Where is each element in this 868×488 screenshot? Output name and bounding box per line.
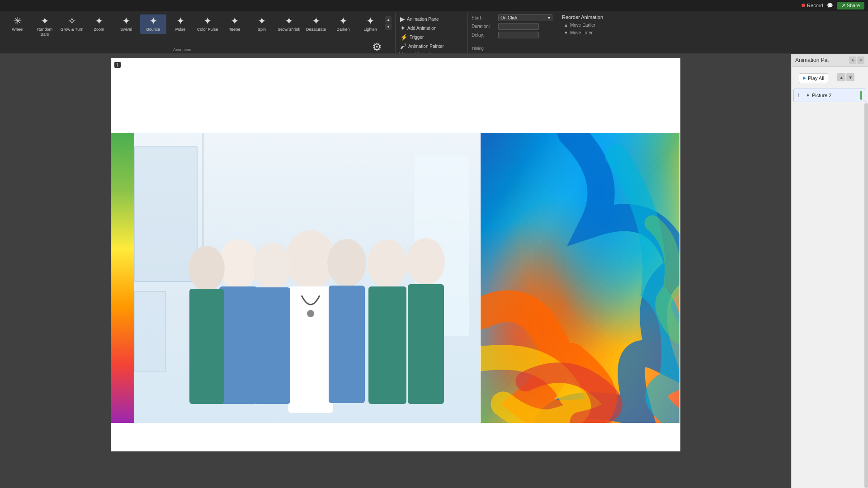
animation-painter-label: Animation Painter [408,44,444,49]
desaturate-icon: ✦ [312,16,320,26]
darken-label: Darken [336,27,349,32]
share-icon: ↗ [841,3,845,8]
move-later-button[interactable]: ▼ Move Later [562,29,627,36]
bounce-icon: ✦ [149,16,157,26]
bounce-label: Bounce [146,27,160,32]
list-move-down-button[interactable]: ▼ [846,73,854,81]
animation-item-num: 1 [797,93,804,98]
slide-canvas: 1 [111,58,680,451]
svg-point-10 [368,239,407,288]
animation-pulse-btn[interactable]: ✦ Pulse [167,14,193,34]
random-bars-icon: ✦ [41,16,49,26]
animation-lighten-btn[interactable]: ✦ Lighten [357,14,383,34]
animation-swivel-btn[interactable]: ✦ Swivel [113,14,139,34]
scroll-down-arrow[interactable]: ▼ [385,23,392,30]
animation-bounce-btn[interactable]: ✦ Bounce [140,14,166,34]
start-dropdown[interactable]: On Click ▾ [498,14,552,21]
animation-darken-btn[interactable]: ✦ Darken [330,14,356,34]
effect-options-icon: ⚙ [372,41,382,53]
share-button[interactable]: ↗ Share [837,2,864,9]
svg-point-16 [307,310,314,317]
animation-desaturate-btn[interactable]: ✦ Desaturate [303,14,329,34]
start-label: Start: [472,15,496,20]
animation-random-bars-btn[interactable]: ✦ Random Bars [32,14,58,39]
svg-rect-5 [219,286,257,404]
teeter-icon: ✦ [231,16,239,26]
start-chevron-icon: ▾ [548,15,550,20]
reorder-group: Reorder Animation ▲ Move Earlier ▼ Move … [558,13,631,53]
panel-close-button[interactable]: ✕ [857,56,864,64]
animation-teeter-btn[interactable]: ✦ Teeter [222,14,248,34]
share-label: Share [847,3,860,8]
zoom-label: Zoom [94,27,104,32]
move-later-label: Move Later [570,30,593,35]
animation-spin-btn[interactable]: ✦ Spin [249,14,275,34]
timing-group: Start: On Click ▾ Duration: Delay: Timin… [468,13,558,53]
pulse-icon: ✦ [176,16,184,26]
move-earlier-label: Move Earlier [570,23,595,28]
desaturate-label: Desaturate [306,27,326,32]
animation-grow-shrink-btn[interactable]: ✦ Grow/Shrink [276,14,302,34]
svg-point-12 [189,246,225,291]
swivel-label: Swivel [120,27,132,32]
grow-shrink-icon: ✦ [285,16,293,26]
play-triangle-icon [803,76,806,80]
animation-zoom-btn[interactable]: ✦ Zoom [86,14,112,34]
comment-button[interactable]: 💬 [827,3,833,9]
left-color-strip [111,133,134,423]
animation-grow-turn-btn[interactable]: ✧ Grow & Turn [59,14,85,34]
record-button[interactable]: Record [802,3,823,8]
animation-wheel-btn[interactable]: ✳ Wheel [5,14,31,34]
svg-rect-9 [329,286,365,403]
swivel-icon: ✦ [122,16,130,26]
slide-number: 1 [114,62,121,68]
advanced-animation-label: Advanced Animation [398,51,465,54]
animation-panel-header: Animation Pa. ∧ ✕ [792,54,868,67]
scroll-up-arrow[interactable]: ▲ [385,16,392,23]
add-animation-button[interactable]: ✦ Add Animation [398,23,465,33]
timing-label: Timing [472,45,555,52]
grow-shrink-label: Grow/Shrink [278,27,300,32]
animation-item-icon: ✦ [806,92,810,99]
trigger-label: Trigger [410,35,424,40]
duration-input[interactable] [498,23,539,30]
effect-options-button[interactable]: ⚙ Effect Options [362,39,392,54]
animation-panel: Animation Pa. ∧ ✕ Play All ▲ ▼ 1 ✦ Pictu… [791,54,868,488]
svg-rect-3 [288,286,333,413]
panel-scroll-area [792,103,868,488]
grow-turn-label: Grow & Turn [61,27,84,32]
record-label: Record [807,3,823,8]
animation-pane-button[interactable]: ▶ Animation Pane [398,14,465,23]
ink-splash-svg [481,133,679,423]
medical-team-image[interactable] [134,133,480,423]
darken-icon: ✦ [339,16,347,26]
animation-item-picture2[interactable]: 1 ✦ Picture 2 [793,89,866,102]
random-bars-label: Random Bars [33,27,57,37]
play-all-button[interactable]: Play All [799,73,828,83]
svg-point-6 [253,243,291,290]
move-earlier-icon: ▲ [564,23,568,28]
panel-expand-button[interactable]: ∧ [849,56,856,64]
start-value: On Click [500,15,518,20]
add-animation-label: Add Animation [407,26,437,31]
list-move-up-button[interactable]: ▲ [837,73,845,81]
ink-splash-image[interactable] [481,133,679,423]
animation-scroll-arrows: ▲ ▼ [384,14,392,32]
animation-item-name: Picture 2 [812,93,859,98]
color-pulse-label: Color Pulse [197,27,218,32]
animation-color-pulse-btn[interactable]: ✦ Color Pulse [194,14,221,34]
move-earlier-button[interactable]: ▲ Move Earlier [562,22,627,28]
svg-point-8 [327,239,366,287]
svg-rect-7 [254,287,290,404]
ribbon: ✳ Wheel ✦ Random Bars ✧ Grow & Turn ✦ Zo… [0,11,868,54]
trigger-button[interactable]: ⚡ Trigger [398,33,465,42]
delay-input[interactable] [498,32,539,38]
wheel-label: Wheel [12,27,24,32]
zoom-icon: ✦ [95,16,103,26]
duration-label: Duration: [472,24,496,29]
panel-controls: ∧ ✕ [849,56,864,64]
panel-scrollbar[interactable] [864,103,868,488]
animation-painter-button[interactable]: 🖌 Animation Painter [398,42,465,51]
pulse-label: Pulse [175,27,186,32]
lighten-icon: ✦ [366,16,374,26]
